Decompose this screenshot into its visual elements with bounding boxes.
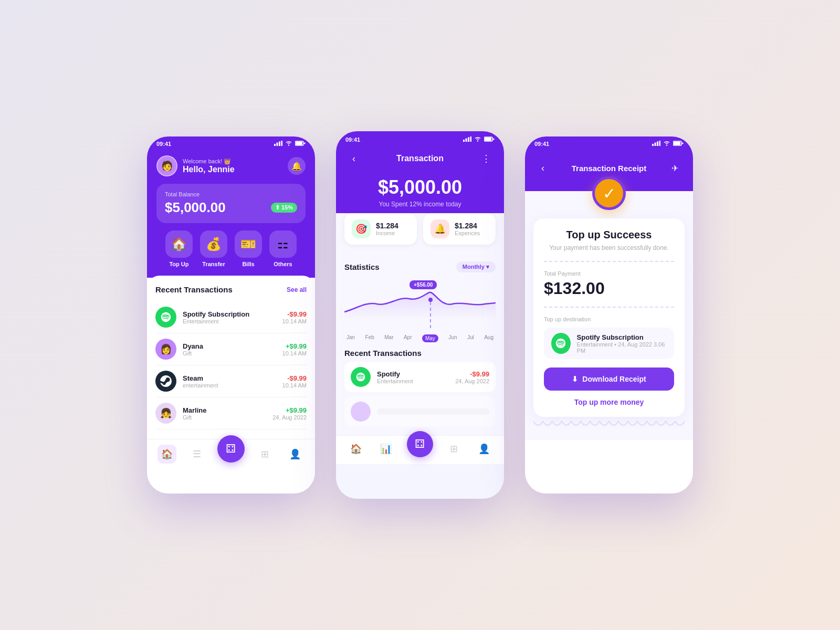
p2-trans-name: Spotify (377, 370, 449, 378)
nav-home[interactable]: 🏠 (158, 445, 176, 464)
action-transfer[interactable]: 💰 Transfer (200, 230, 227, 267)
p2-recent-title: Recent Transactions (344, 349, 496, 358)
monthly-btn[interactable]: Monthly ▾ (456, 261, 496, 272)
bills-label: Bills (242, 261, 254, 267)
svg-point-20 (666, 144, 667, 145)
month-jan: Jan (346, 334, 355, 342)
bills-icon: 🎫 (235, 230, 262, 258)
receipt-dest-name: Spotify Subscription (577, 333, 667, 341)
table-row[interactable]: Spotify Subscription Entertainment -$9.9… (155, 301, 307, 333)
status-icons-2 (463, 136, 495, 143)
steam-icon (155, 371, 176, 392)
balance-label: Total Balance (165, 191, 297, 197)
stats-header: Statistics Monthly ▾ (344, 261, 496, 272)
welcome-text: Welcome back! 👑 (183, 158, 235, 165)
svg-rect-23 (682, 143, 684, 144)
income-info: $1.284 Income (376, 222, 398, 236)
svg-rect-11 (470, 136, 472, 142)
others-icon: ⚏ (269, 230, 297, 258)
see-all-link[interactable]: See all (287, 286, 307, 293)
nav-list[interactable]: ☰ (187, 445, 206, 464)
nav-grid[interactable]: ⊞ (256, 445, 275, 464)
trans-time: 10.14 AM (282, 350, 307, 356)
trans-sub: entertainment (183, 382, 276, 388)
p2-header: 09:41 ‹ Transaction ⋮ $5,0 (336, 131, 504, 224)
receipt-spotify-icon (551, 333, 571, 354)
send-icon[interactable]: ✈ (667, 160, 684, 176)
nav-center-btn[interactable]: ⚃ (217, 435, 245, 463)
trans-right: -$9.99 10.14 AM (282, 310, 307, 324)
trans-info: Spotify Subscription Entertainment (183, 310, 276, 324)
balance-amount: $5,000.00 (165, 200, 226, 216)
trans-info: Dyana Gift (183, 342, 276, 356)
bell-button[interactable]: 🔔 (288, 157, 306, 175)
p2-trans-info: Spotify Entertainment (377, 370, 449, 384)
status-icons-3 (652, 141, 684, 147)
p2-title: Transaction (396, 154, 444, 163)
download-receipt-button[interactable]: ⬇ Download Receipt (544, 368, 674, 391)
trans-header: Recent Transactions See all (155, 285, 307, 294)
top-more-button[interactable]: Top up more money (544, 398, 674, 406)
signal-icon-3 (652, 141, 660, 147)
signal-icon-2 (463, 136, 471, 143)
stats-title: Statistics (344, 262, 380, 271)
receipt-divider-2 (544, 307, 674, 308)
time-3: 09:41 (534, 141, 549, 147)
svg-point-12 (477, 140, 478, 141)
trans-info: Steam entertainment (183, 374, 276, 388)
trans-amount: -$9.99 (282, 374, 307, 382)
p2-nav-center[interactable]: ⚃ (407, 431, 433, 457)
trans-amount: -$9.99 (282, 310, 307, 318)
receipt-card: Top up Succeess Your payment has been su… (533, 218, 685, 417)
status-bar-1: 09:41 (147, 136, 315, 150)
trans-info: Marline Gift (183, 406, 266, 421)
income-card: 🎯 $1.284 Income (344, 213, 417, 245)
svg-rect-8 (463, 140, 465, 142)
trans-sub: Gift (183, 350, 276, 356)
p2-nav-chart[interactable]: 📊 (377, 440, 395, 458)
svg-rect-10 (468, 138, 469, 142)
action-others[interactable]: ⚏ Others (269, 230, 297, 267)
chart-tooltip: +$56.00 (410, 280, 437, 289)
trans-time: 24, Aug 2022 (272, 414, 307, 421)
month-mar: Mar (384, 334, 393, 342)
trans-amount: +$9.99 (272, 406, 307, 414)
payment-amount: $132.00 (544, 279, 674, 298)
status-icons-1 (274, 141, 306, 147)
svg-rect-6 (296, 142, 302, 145)
p2-cards-row: 🎯 $1.284 Income 🔔 $1.284 Expences (336, 213, 504, 253)
user-name: Hello, Jennie (183, 165, 235, 174)
p2-nav-home[interactable]: 🏠 (347, 440, 365, 458)
p1-header: 🧑 Welcome back! 👑 Hello, Jennie 🔔 Total … (147, 150, 315, 278)
p2-nav-person[interactable]: 👤 (475, 440, 493, 458)
trans-amount: +$9.99 (282, 342, 307, 350)
wifi-icon-2 (474, 136, 481, 143)
table-row[interactable]: 👩 Dyana Gift +$9.99 10.14 AM (155, 333, 307, 365)
chart-dashed-line (430, 302, 431, 328)
receipt-divider (544, 261, 674, 262)
table-row[interactable]: Steam entertainment -$9.99 10.14 AM (155, 365, 307, 397)
list-item[interactable]: Spotify Entertainment -$9.99 24, Aug 202… (344, 362, 496, 392)
phone-receipt: 09:41 ‹ Transaction Receipt ✈ (525, 136, 693, 494)
dest-label: Top up destination (544, 316, 674, 322)
action-topup[interactable]: 🏠 Top Up (165, 230, 193, 267)
more-button[interactable]: ⋮ (478, 150, 495, 167)
chart-container: +$56.00 (344, 278, 496, 330)
action-bills[interactable]: 🎫 Bills (235, 230, 262, 267)
month-jun: Jun (448, 334, 457, 342)
back-button-3[interactable]: ‹ (534, 160, 551, 176)
svg-rect-7 (304, 143, 306, 144)
table-row[interactable]: 👧 Marline Gift +$9.99 24, Aug 2022 (155, 397, 307, 429)
month-may-active[interactable]: May (422, 334, 438, 342)
phones-container: 09:41 🧑 Welcome back! 👑 (147, 131, 693, 499)
nav-person[interactable]: 👤 (286, 445, 304, 464)
svg-rect-16 (652, 144, 654, 146)
income-label: Income (376, 230, 398, 236)
chart-dot (428, 298, 433, 302)
expense-card: 🔔 $1.284 Expences (423, 213, 496, 245)
p2-nav-grid[interactable]: ⊞ (445, 440, 463, 458)
balance-badge: ⬆ 15% (271, 203, 297, 213)
trans-time: 10.14 AM (282, 318, 307, 324)
expense-label: Expences (455, 230, 480, 236)
back-button-2[interactable]: ‹ (345, 150, 362, 167)
